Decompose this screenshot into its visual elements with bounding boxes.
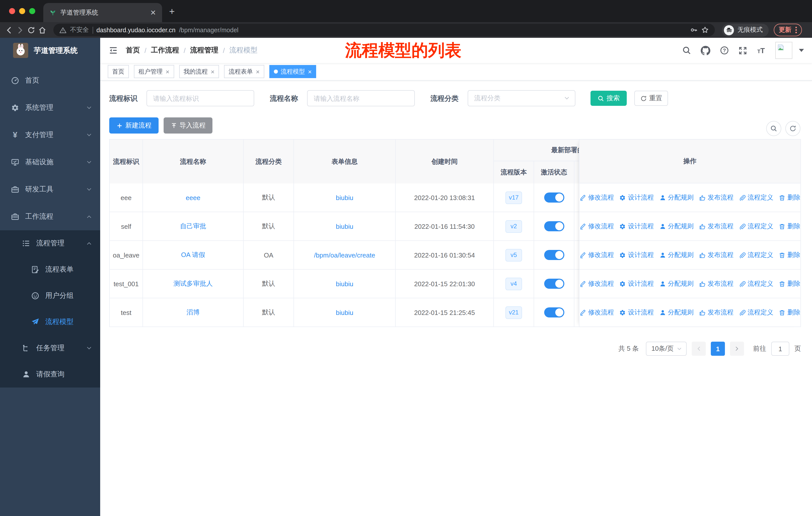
process-definition-link[interactable]: 流程定义 [739,279,773,288]
sidebar-item-pay[interactable]: ¥ 支付管理 [0,121,100,148]
page-size-select[interactable]: 10条/页 [646,342,687,356]
design-process-link[interactable]: 设计流程 [619,308,654,317]
reload-icon[interactable] [27,26,35,34]
delete-link[interactable]: 删除 [779,251,800,259]
active-switch[interactable] [544,250,564,260]
refresh-table-button[interactable] [785,121,801,136]
delete-link[interactable]: 删除 [779,279,800,288]
import-process-button[interactable]: 导入流程 [164,117,212,134]
sidebar-item-workflow[interactable]: 工作流程 [0,203,100,230]
delete-link[interactable]: 删除 [779,222,800,230]
toggle-search-button[interactable] [766,121,781,136]
create-process-button[interactable]: 新建流程 [109,117,158,134]
fullscreen-icon[interactable] [738,46,747,55]
hamburger-fold-icon[interactable] [109,46,118,55]
sidebar-item-leave-query[interactable]: 请假查询 [0,361,100,387]
close-icon[interactable]: × [166,68,169,75]
sidebar-item-process-form[interactable]: 流程表单 [0,256,100,283]
home-icon[interactable] [38,26,46,34]
edit-process-link[interactable]: 修改流程 [579,308,614,317]
publish-process-link[interactable]: 发布流程 [699,279,733,288]
app-logo-row[interactable]: 芋道管理系统 [0,38,100,63]
sidebar-item-devtools[interactable]: 研发工具 [0,176,100,203]
category-select[interactable]: 流程分类 [468,90,575,106]
password-key-icon[interactable] [690,26,698,34]
version-badge[interactable]: v2 [505,220,522,233]
back-icon[interactable] [5,26,13,34]
reset-button[interactable]: 重置 [634,91,668,106]
design-process-link[interactable]: 设计流程 [619,222,654,230]
process-name-link[interactable]: OA 请假 [181,250,205,260]
design-process-link[interactable]: 设计流程 [619,251,654,259]
tag-tenant[interactable]: 租户管理× [134,65,174,78]
tag-process-model[interactable]: 流程模型× [269,65,316,78]
process-definition-link[interactable]: 流程定义 [739,222,773,230]
forward-icon[interactable] [16,26,24,34]
version-badge[interactable]: v21 [505,306,522,319]
process-name-input[interactable] [307,90,415,106]
goto-page-input[interactable] [771,342,789,356]
close-icon[interactable]: × [256,68,260,75]
assign-rule-link[interactable]: 分配规则 [659,251,693,259]
design-process-link[interactable]: 设计流程 [619,193,654,202]
tag-home[interactable]: 首页 [108,65,129,78]
sidebar-item-home[interactable]: 首页 [0,67,100,94]
sidebar-item-user-group[interactable]: 用户分组 [0,283,100,309]
new-tab-button[interactable]: + [162,6,175,22]
search-button[interactable]: 搜索 [590,91,627,106]
prev-page-button[interactable] [692,342,706,356]
sidebar-item-process-model[interactable]: 流程模型 [0,309,100,335]
zoom-window-button[interactable] [29,8,35,14]
close-icon[interactable]: × [308,68,312,75]
caret-down-icon[interactable] [799,49,804,52]
process-id-input[interactable] [146,90,254,106]
bookmark-star-icon[interactable] [701,26,709,34]
active-switch[interactable] [544,192,564,202]
avatar[interactable] [775,42,792,59]
form-link[interactable]: /bpm/oa/leave/create [314,251,375,259]
edit-process-link[interactable]: 修改流程 [579,279,614,288]
github-icon[interactable] [701,46,710,55]
edit-process-link[interactable]: 修改流程 [579,251,614,259]
sidebar-item-task-manage[interactable]: 任务管理 [0,335,100,361]
publish-process-link[interactable]: 发布流程 [699,193,733,202]
current-page[interactable]: 1 [711,342,725,356]
form-link[interactable]: biubiu [336,280,353,288]
close-window-button[interactable] [9,8,15,14]
browser-update-button[interactable]: 更新 [774,24,802,36]
edit-process-link[interactable]: 修改流程 [579,193,614,202]
sidebar-item-system[interactable]: 系统管理 [0,94,100,121]
process-name-link[interactable]: 自己审批 [180,222,206,231]
sidebar-item-infra[interactable]: 基础设施 [0,148,100,176]
next-page-button[interactable] [730,342,744,356]
form-link[interactable]: biubiu [336,309,353,316]
version-badge[interactable]: v4 [505,277,522,290]
close-tab-icon[interactable]: ✕ [150,8,156,17]
help-icon[interactable] [720,46,729,55]
active-switch[interactable] [544,221,564,231]
process-name-link[interactable]: eeee [186,194,200,201]
breadcrumb-workflow[interactable]: 工作流程 [151,46,179,55]
process-definition-link[interactable]: 流程定义 [739,193,773,202]
browser-tab[interactable]: 芋道管理系统 ✕ [43,3,162,22]
form-link[interactable]: biubiu [336,194,353,201]
assign-rule-link[interactable]: 分配规则 [659,279,693,288]
process-name-link[interactable]: 测试多审批人 [173,279,213,288]
search-icon[interactable] [682,46,691,55]
close-icon[interactable]: × [211,68,214,75]
active-switch[interactable] [544,279,564,289]
process-name-link[interactable]: 滔博 [186,308,200,317]
process-definition-link[interactable]: 流程定义 [739,308,773,317]
address-bar[interactable]: 不安全 dashboard.yudao.iocoder.cn/bpm/manag… [53,24,715,36]
delete-link[interactable]: 删除 [779,193,800,202]
delete-link[interactable]: 删除 [779,308,800,317]
assign-rule-link[interactable]: 分配规则 [659,308,693,317]
publish-process-link[interactable]: 发布流程 [699,222,733,230]
version-badge[interactable]: v17 [505,191,522,204]
tag-process-form[interactable]: 流程表单× [224,65,264,78]
assign-rule-link[interactable]: 分配规则 [659,222,693,230]
breadcrumb-home[interactable]: 首页 [126,46,140,55]
publish-process-link[interactable]: 发布流程 [699,308,733,317]
form-link[interactable]: biubiu [336,222,353,230]
edit-process-link[interactable]: 修改流程 [579,222,614,230]
